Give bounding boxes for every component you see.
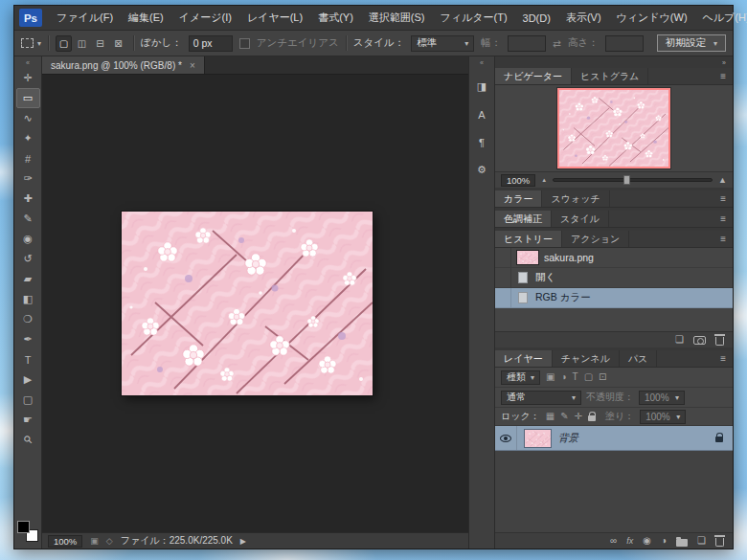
filter-shape-layers-icon[interactable]: ▢ — [584, 372, 593, 382]
brush-tool[interactable]: ✎ — [16, 209, 40, 229]
tab-layers[interactable]: レイヤー — [495, 350, 553, 367]
panel-menu-icon[interactable]: ≡ — [713, 193, 733, 204]
lock-transparency-icon[interactable]: ▦ — [546, 412, 555, 421]
style-select[interactable]: 標準 ▾ — [411, 35, 474, 52]
history-brush-source-cell[interactable] — [495, 248, 511, 267]
panel-menu-icon[interactable]: ≡ — [713, 71, 733, 81]
tool-presets-panel-icon[interactable]: ⚙ — [472, 161, 492, 179]
adjustment-layer-icon[interactable]: ◑ — [661, 536, 667, 546]
tab-color[interactable]: カラー — [495, 190, 542, 207]
panel-menu-icon[interactable]: ≡ — [713, 213, 733, 224]
layer-mask-icon[interactable]: ◉ — [643, 536, 651, 546]
antialias-checkbox[interactable] — [239, 38, 250, 49]
zoom-level-input[interactable]: 100% — [48, 535, 82, 548]
intersect-selection-button[interactable]: ⊠ — [110, 35, 126, 52]
add-selection-button[interactable]: ◫ — [74, 35, 90, 52]
tab-styles[interactable]: スタイル — [552, 211, 609, 227]
filter-type-layers-icon[interactable]: T — [573, 372, 578, 382]
delete-layer-icon[interactable] — [715, 538, 724, 547]
panel-menu-icon[interactable]: ≡ — [713, 353, 733, 364]
lock-all-icon[interactable] — [588, 415, 596, 421]
tab-histogram[interactable]: ヒストグラム — [572, 68, 648, 84]
lock-position-icon[interactable]: ✛ — [575, 412, 582, 421]
history-state-open[interactable]: 開く — [495, 268, 733, 288]
navigator-zoom-slider[interactable] — [553, 178, 713, 182]
crop-tool[interactable]: # — [16, 148, 40, 168]
history-state-rgb-color[interactable]: RGB カラー — [495, 288, 733, 308]
spot-healing-brush-tool[interactable]: ✚ — [16, 189, 40, 209]
character-panel-icon[interactable]: A — [472, 105, 492, 123]
menu-filter[interactable]: フィルター(T) — [432, 11, 514, 25]
blur-tool[interactable]: ❍ — [16, 309, 40, 329]
menu-file[interactable]: ファイル(F) — [49, 11, 121, 25]
eyedropper-tool[interactable]: ✑ — [16, 168, 40, 189]
new-snapshot-icon[interactable] — [693, 336, 706, 345]
tab-swatches[interactable]: スウォッチ — [542, 190, 609, 207]
toolbar-collapse-icon[interactable]: « — [26, 57, 30, 68]
history-brush-source-cell[interactable] — [495, 288, 511, 307]
layer-row-background[interactable]: 背景 — [495, 426, 733, 451]
tab-history[interactable]: ヒストリー — [495, 231, 562, 247]
new-selection-button[interactable]: ▢ — [56, 35, 72, 52]
zoom-out-icon[interactable]: ▲ — [541, 177, 547, 183]
rectangular-marquee-tool[interactable]: ▭ — [16, 88, 40, 108]
blend-mode-select[interactable]: 通常 ▾ — [501, 391, 581, 405]
tab-navigator[interactable]: ナビゲーター — [495, 68, 572, 84]
new-layer-icon[interactable]: ❏ — [697, 536, 706, 546]
panel-menu-icon[interactable]: ≡ — [713, 234, 733, 244]
width-input[interactable] — [508, 35, 546, 52]
tab-paths[interactable]: パス — [620, 350, 657, 367]
history-brush-tool[interactable]: ↺ — [16, 249, 40, 269]
eraser-tool[interactable]: ▰ — [16, 269, 40, 289]
document-tab[interactable]: sakura.png @ 100% (RGB/8) * × — [42, 56, 205, 74]
menu-help[interactable]: ヘルプ(H) — [695, 11, 747, 25]
tab-adjustments[interactable]: 色調補正 — [495, 211, 552, 227]
lasso-tool[interactable]: ∿ — [16, 108, 40, 128]
menu-image[interactable]: イメージ(I) — [171, 11, 239, 25]
visibility-toggle[interactable] — [495, 426, 517, 450]
navigator-proxy-view[interactable] — [557, 88, 670, 168]
delete-state-icon[interactable] — [715, 337, 724, 346]
fill-input[interactable]: 100% ▾ — [640, 410, 686, 424]
feather-input[interactable]: 0 px — [189, 35, 233, 52]
menu-window[interactable]: ウィンドウ(W) — [609, 11, 695, 25]
tab-actions[interactable]: アクション — [562, 231, 629, 247]
workspace-switcher[interactable]: 初期設定 ▾ — [657, 34, 726, 52]
canvas-viewport[interactable] — [42, 75, 468, 532]
zoom-in-icon[interactable]: ▲ — [718, 176, 727, 185]
opacity-input[interactable]: 100% ▾ — [639, 391, 685, 405]
menu-type[interactable]: 書式(Y) — [310, 11, 361, 25]
height-input[interactable] — [605, 35, 644, 52]
navigator-zoom-input[interactable]: 100% — [501, 174, 535, 187]
clone-stamp-tool[interactable]: ◉ — [16, 229, 40, 249]
layer-thumbnail[interactable] — [524, 429, 552, 448]
link-layers-icon[interactable]: ∞ — [610, 536, 617, 546]
history-state-snapshot[interactable]: sakura.png — [495, 248, 733, 268]
filter-smart-objects-icon[interactable]: ⊡ — [599, 372, 606, 382]
shape-tool[interactable]: ▢ — [16, 390, 40, 410]
type-tool[interactable]: T — [16, 349, 40, 370]
layer-effects-icon[interactable]: fx — [626, 537, 633, 546]
magic-wand-tool[interactable]: ✦ — [16, 128, 40, 148]
new-doc-from-state-icon[interactable]: ❏ — [675, 335, 684, 345]
foreground-color-swatch[interactable] — [17, 521, 30, 533]
filter-adjustment-layers-icon[interactable]: ◑ — [560, 372, 566, 382]
pen-tool[interactable]: ✒ — [16, 329, 40, 349]
menu-edit[interactable]: 編集(E) — [121, 11, 171, 25]
menu-3d[interactable]: 3D(D) — [515, 12, 558, 24]
paragraph-panel-icon[interactable]: ¶ — [472, 133, 492, 151]
expand-panels-icon[interactable]: « — [480, 57, 484, 68]
menu-layer[interactable]: レイヤー(L) — [239, 11, 310, 25]
slider-thumb[interactable] — [623, 175, 630, 185]
properties-panel-icon[interactable]: ◨ — [472, 78, 492, 96]
subtract-selection-button[interactable]: ⊟ — [92, 35, 108, 52]
tool-preset-picker[interactable]: ▾ — [21, 38, 41, 48]
menu-select[interactable]: 選択範囲(S) — [361, 11, 433, 25]
layer-name[interactable]: 背景 — [558, 432, 578, 445]
new-group-icon[interactable] — [676, 539, 688, 547]
tab-channels[interactable]: チャンネル — [553, 350, 620, 367]
menu-view[interactable]: 表示(V) — [558, 11, 609, 25]
history-brush-source-cell[interactable] — [495, 268, 511, 287]
lock-pixels-icon[interactable]: ✎ — [560, 412, 568, 421]
layer-filter-kind-select[interactable]: 種類 ▾ — [501, 370, 540, 385]
